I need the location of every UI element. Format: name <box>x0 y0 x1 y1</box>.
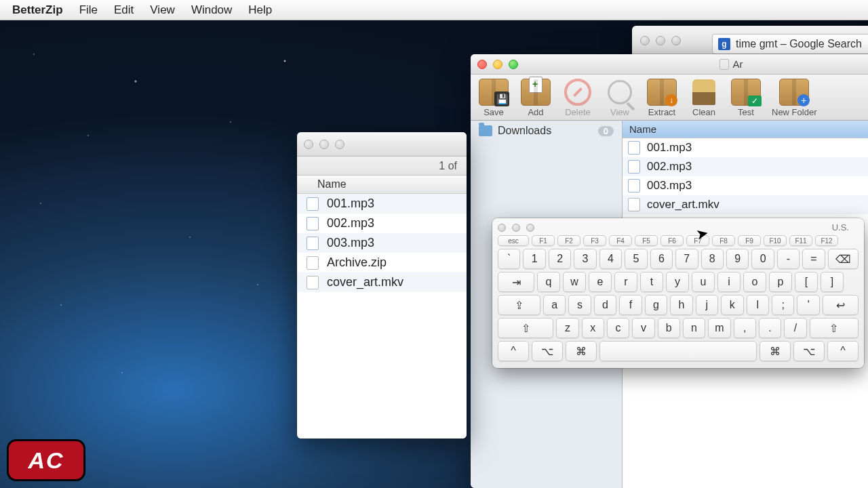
key[interactable]: [ <box>795 272 818 292</box>
minimize-icon[interactable] <box>656 36 665 45</box>
key[interactable]: ⌥ <box>793 341 825 361</box>
key[interactable]: w <box>563 272 586 292</box>
key[interactable]: ⇧ <box>810 318 859 338</box>
key[interactable]: 9 <box>726 249 749 269</box>
key[interactable]: q <box>537 272 560 292</box>
extract-button[interactable]: ↓ Extract <box>646 79 678 117</box>
key[interactable]: x <box>582 318 604 338</box>
delete-button[interactable]: Delete <box>561 79 594 117</box>
key[interactable]: F1 <box>532 235 555 246</box>
key[interactable] <box>599 341 757 361</box>
menu-file[interactable]: File <box>79 3 98 17</box>
app-name[interactable]: BetterZip <box>12 3 63 17</box>
list-item[interactable]: 001.mp3 <box>297 194 467 214</box>
minimize-icon[interactable] <box>512 224 520 232</box>
key[interactable]: ⌫ <box>828 249 859 269</box>
key[interactable]: c <box>607 318 629 338</box>
close-icon[interactable] <box>477 60 487 69</box>
key[interactable]: i <box>717 272 741 292</box>
key[interactable]: k <box>721 295 743 315</box>
key[interactable]: 8 <box>701 249 724 269</box>
key[interactable]: , <box>734 318 756 338</box>
menu-window[interactable]: Window <box>191 3 232 17</box>
key[interactable]: F9 <box>738 235 761 246</box>
minimize-icon[interactable] <box>319 140 329 149</box>
table-row[interactable]: cover_art.mkv 2012-1 <box>623 195 868 214</box>
key[interactable]: 4 <box>599 249 622 269</box>
key[interactable]: ⌘ <box>566 341 597 361</box>
key[interactable]: o <box>743 272 766 292</box>
key[interactable]: l <box>747 295 769 315</box>
key[interactable]: ` <box>498 249 520 269</box>
finder-titlebar[interactable] <box>297 132 467 157</box>
key[interactable]: a <box>543 295 566 315</box>
key[interactable]: F5 <box>635 235 658 246</box>
key[interactable]: z <box>556 318 578 338</box>
key[interactable]: F2 <box>557 235 580 246</box>
close-icon[interactable] <box>304 140 313 149</box>
key[interactable]: ⌥ <box>532 341 563 361</box>
key[interactable]: j <box>696 295 718 315</box>
safari-tab[interactable]: g time gmt – Google Search <box>712 34 868 54</box>
key[interactable]: h <box>670 295 692 315</box>
key[interactable]: 0 <box>751 249 774 269</box>
key[interactable]: v <box>632 318 654 338</box>
key[interactable]: F12 <box>815 235 838 246</box>
column-name[interactable]: Name <box>297 176 467 194</box>
key[interactable]: ⇧ <box>498 318 553 338</box>
key[interactable]: ^ <box>498 341 529 361</box>
key[interactable]: 3 <box>574 249 596 269</box>
test-button[interactable]: ✓ Test <box>730 79 762 117</box>
key[interactable]: r <box>614 272 637 292</box>
key[interactable]: ⇥ <box>498 272 534 292</box>
key[interactable]: 7 <box>675 249 698 269</box>
key[interactable]: s <box>568 295 591 315</box>
key[interactable]: 1 <box>523 249 545 269</box>
key[interactable]: y <box>666 272 689 292</box>
key[interactable]: F3 <box>583 235 606 246</box>
key[interactable]: esc <box>498 235 529 246</box>
key[interactable]: b <box>658 318 680 338</box>
key[interactable]: F10 <box>764 235 787 246</box>
key[interactable]: m <box>708 318 730 338</box>
key[interactable]: ⌘ <box>760 341 791 361</box>
zoom-icon[interactable] <box>671 36 681 45</box>
key[interactable]: g <box>645 295 667 315</box>
key[interactable]: ^ <box>827 341 859 361</box>
close-icon[interactable] <box>498 224 506 232</box>
zoom-icon[interactable] <box>509 60 518 69</box>
key[interactable]: ⇪ <box>498 295 540 315</box>
key[interactable]: 6 <box>650 249 673 269</box>
key[interactable]: p <box>769 272 792 292</box>
column-name[interactable]: Name ▲ <box>623 121 868 138</box>
zoom-icon[interactable] <box>526 224 534 232</box>
key[interactable]: F8 <box>712 235 735 246</box>
key[interactable]: ] <box>821 272 844 292</box>
table-row[interactable]: 003.mp3 2014-0 <box>623 176 868 195</box>
key[interactable]: n <box>683 318 705 338</box>
key[interactable]: d <box>594 295 616 315</box>
key[interactable]: F6 <box>660 235 684 246</box>
save-button[interactable]: 💾 Save <box>477 79 510 117</box>
key[interactable]: = <box>802 249 825 269</box>
close-icon[interactable] <box>640 36 650 45</box>
key[interactable]: 5 <box>625 249 647 269</box>
sidebar-item-downloads[interactable]: Downloads 0 <box>471 121 622 141</box>
betterzip-titlebar[interactable]: Ar <box>471 54 868 75</box>
key[interactable]: ' <box>797 295 819 315</box>
key[interactable]: ↩ <box>823 295 859 315</box>
list-item[interactable]: 002.mp3 <box>297 214 467 233</box>
key[interactable]: F4 <box>609 235 632 246</box>
key[interactable]: F11 <box>789 235 812 246</box>
view-button[interactable]: View <box>604 79 636 117</box>
key[interactable]: / <box>784 318 806 338</box>
clean-button[interactable]: Clean <box>688 79 720 117</box>
table-row[interactable]: 001.mp3 2014-0 <box>623 138 868 157</box>
menu-edit[interactable]: Edit <box>114 3 134 17</box>
key[interactable]: 2 <box>549 249 571 269</box>
zoom-icon[interactable] <box>335 140 344 149</box>
key[interactable]: ; <box>772 295 794 315</box>
key[interactable]: f <box>619 295 642 315</box>
add-button[interactable]: Add <box>519 79 552 117</box>
list-item[interactable]: Archive.zip <box>297 253 467 272</box>
